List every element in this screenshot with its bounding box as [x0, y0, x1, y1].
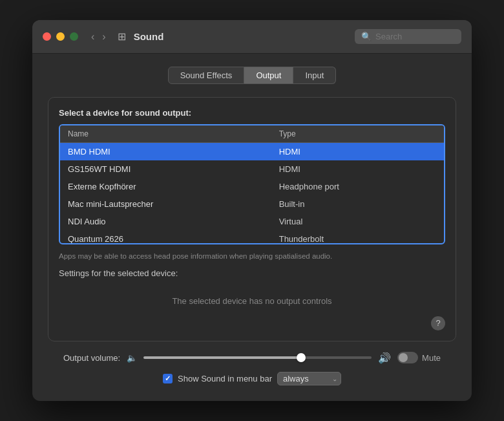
search-icon: 🔍	[361, 32, 372, 41]
col-header-name: Name	[60, 129, 271, 138]
show-sound-label: Show Sound in menu bar	[178, 374, 272, 383]
tab-sound-effects[interactable]: Sound Effects	[168, 67, 245, 84]
mute-toggle: Mute	[397, 352, 441, 363]
back-button[interactable]: ‹	[89, 30, 97, 43]
device-list: BMD HDMI HDMI GS156WT HDMI HDMI Externe …	[60, 143, 444, 243]
mute-toggle-knob[interactable]	[397, 352, 418, 363]
settings-label: Settings for the selected device:	[59, 268, 445, 278]
volume-slider[interactable]	[143, 356, 372, 359]
table-row[interactable]: GS156WT HDMI HDMI	[60, 160, 444, 178]
device-name: NDI Audio	[60, 217, 271, 226]
table-row[interactable]: BMD HDMI HDMI	[60, 143, 444, 160]
tab-bar: Sound Effects Output Input	[48, 67, 456, 84]
volume-high-icon: 🔊	[378, 352, 391, 364]
titlebar: ‹ › ⊞ Sound 🔍	[32, 20, 472, 54]
maximize-button[interactable]	[70, 32, 78, 41]
traffic-lights	[43, 32, 78, 41]
tab-input[interactable]: Input	[293, 67, 336, 84]
help-button[interactable]: ?	[431, 316, 445, 330]
always-dropdown-wrapper: always never when active	[277, 372, 341, 385]
select-device-label: Select a device for sound output:	[59, 108, 445, 118]
volume-label: Output volume:	[63, 353, 120, 363]
col-header-type: Type	[271, 129, 444, 138]
search-bar: 🔍	[355, 29, 461, 44]
table-row[interactable]: NDI Audio Virtual	[60, 213, 444, 230]
table-row[interactable]: Quantum 2626 Thunderbolt	[60, 230, 444, 243]
table-row[interactable]: Externe Kopfhörer Headphone port	[60, 178, 444, 195]
search-input[interactable]	[375, 32, 455, 41]
sound-preferences-window: ‹ › ⊞ Sound 🔍 Sound Effects Output Input…	[32, 20, 472, 400]
no-controls-text: The selected device has no output contro…	[59, 285, 445, 314]
close-button[interactable]	[43, 32, 51, 41]
spatialised-audio-info: Apps may be able to access head pose inf…	[59, 251, 445, 261]
grid-icon: ⊞	[118, 30, 126, 43]
show-sound-dropdown[interactable]: always never when active	[277, 372, 341, 385]
device-name: GS156WT HDMI	[60, 164, 271, 174]
device-name: Quantum 2626	[60, 234, 271, 243]
mute-label: Mute	[422, 353, 441, 363]
tab-output[interactable]: Output	[244, 67, 293, 84]
bottom-controls: Output volume: 🔈 🔊 Mute ✓ Show Sound in …	[48, 352, 456, 385]
output-panel: Select a device for sound output: Name T…	[48, 97, 456, 341]
window-title: Sound	[134, 31, 347, 42]
device-type: Thunderbolt	[271, 234, 444, 243]
device-name: BMD HDMI	[60, 147, 271, 157]
device-table: Name Type BMD HDMI HDMI GS156WT HDMI HDM…	[59, 124, 445, 244]
forward-button[interactable]: ›	[100, 30, 108, 43]
content-area: Sound Effects Output Input Select a devi…	[32, 54, 472, 400]
volume-low-icon: 🔈	[127, 353, 137, 363]
device-type: HDMI	[271, 147, 444, 157]
device-name: Mac mini-Lautsprecher	[60, 199, 271, 209]
device-type: Headphone port	[271, 182, 444, 191]
nav-arrows: ‹ ›	[89, 30, 109, 43]
device-name: Externe Kopfhörer	[60, 182, 271, 191]
device-type: HDMI	[271, 164, 444, 174]
show-sound-checkbox[interactable]: ✓	[163, 374, 173, 383]
device-type: Virtual	[271, 217, 444, 226]
minimize-button[interactable]	[56, 32, 65, 41]
table-row[interactable]: Mac mini-Lautsprecher Built-in	[60, 195, 444, 213]
table-header: Name Type	[60, 125, 444, 143]
volume-row: Output volume: 🔈 🔊 Mute	[50, 352, 454, 364]
menubar-row: ✓ Show Sound in menu bar always never wh…	[50, 372, 454, 385]
help-button-container: ?	[59, 316, 445, 330]
device-type: Built-in	[271, 199, 444, 209]
checkmark-icon: ✓	[165, 375, 171, 382]
